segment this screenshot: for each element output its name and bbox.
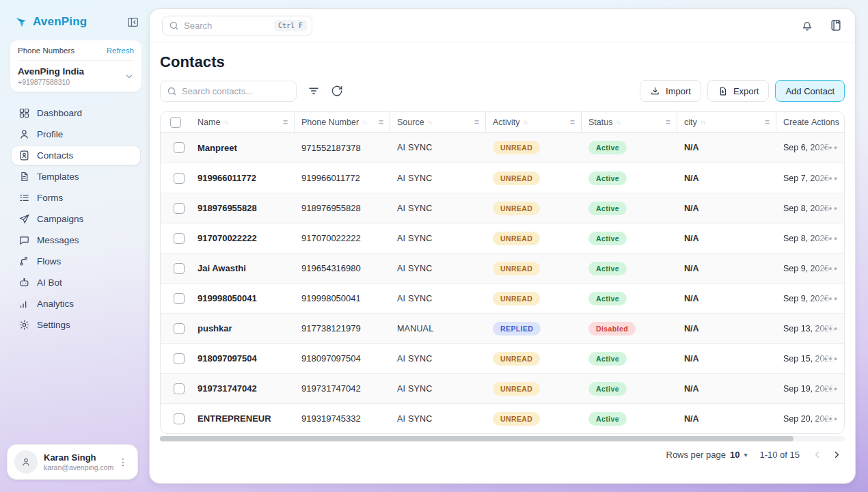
table-row[interactable]: 917070022222 917070022222 AI SYNC UNREAD… <box>161 223 844 253</box>
sort-icon[interactable]: ↑↓ <box>362 119 367 126</box>
account-number: +919877588310 <box>18 78 124 86</box>
table-header: Name↑↓= Phone Number↑↓= Source↑↓= Activi… <box>161 112 844 133</box>
column-header-status[interactable]: Status↑↓= <box>582 112 677 133</box>
column-header-city[interactable]: city↑↓= <box>677 112 776 133</box>
table-row[interactable]: Jai Awasthi 919654316980 AI SYNC UNREAD … <box>161 253 844 283</box>
row-checkbox[interactable] <box>174 413 185 424</box>
global-search[interactable]: Ctrl F <box>162 16 312 36</box>
row-checkbox[interactable] <box>174 263 185 274</box>
sort-icon[interactable]: ↑↓ <box>616 119 621 126</box>
avatar <box>14 450 38 474</box>
contact-phone: 918097097504 <box>295 353 390 364</box>
import-button[interactable]: Import <box>640 80 701 102</box>
column-header-source[interactable]: Source↑↓= <box>390 112 486 133</box>
contact-name: 919966011772 <box>191 173 295 183</box>
contact-created: Sep 15, 2025 <box>776 354 809 364</box>
contact-source: AI SYNC <box>390 234 486 243</box>
sidebar-item-templates[interactable]: Templates <box>11 167 141 187</box>
rows-per-page-value: 10 <box>730 450 740 460</box>
contacts-table: Name↑↓= Phone Number↑↓= Source↑↓= Activi… <box>160 111 845 434</box>
global-search-input[interactable] <box>184 20 269 31</box>
sidebar-item-flows[interactable]: Flows <box>11 251 141 271</box>
row-checkbox[interactable] <box>174 353 185 364</box>
table-row[interactable]: 919998050041 919998050041 AI SYNC UNREAD… <box>161 283 844 313</box>
table-row[interactable]: 918976955828 918976955828 AI SYNC UNREAD… <box>161 193 844 223</box>
column-menu-handle[interactable]: = <box>666 118 670 127</box>
sidebar-menu: Dashboard Profile Contacts Templates For… <box>10 103 142 335</box>
contacts-search-input[interactable] <box>182 86 291 96</box>
docs-book-icon[interactable] <box>829 18 843 32</box>
filter-icon[interactable] <box>308 85 320 97</box>
activity-badge: UNREAD <box>493 232 540 245</box>
sidebar-item-analytics[interactable]: Analytics <box>11 294 141 314</box>
previous-page-button[interactable] <box>812 450 822 460</box>
table-row[interactable]: 918097097504 918097097504 AI SYNC UNREAD… <box>161 343 844 373</box>
sidebar-collapse-icon[interactable] <box>126 16 139 29</box>
row-checkbox[interactable] <box>174 233 185 244</box>
column-menu-handle[interactable]: = <box>474 118 479 127</box>
scrollbar-thumb[interactable] <box>160 436 794 441</box>
sidebar-item-profile[interactable]: Profile <box>11 124 141 144</box>
sidebar-item-dashboard[interactable]: Dashboard <box>11 103 141 123</box>
refresh-link[interactable]: Refresh <box>107 46 134 55</box>
row-checkbox[interactable] <box>174 383 185 394</box>
sort-icon[interactable]: ↑↓ <box>428 119 433 126</box>
status-badge: Active <box>588 172 627 185</box>
row-checkbox[interactable] <box>174 142 185 153</box>
sort-icon[interactable]: ↑↓ <box>701 119 705 126</box>
phone-account-selector[interactable]: AvenPing India +919877588310 <box>18 61 134 86</box>
sidebar-item-campaigns[interactable]: Campaigns <box>11 209 141 229</box>
sidebar-item-messages[interactable]: Messages <box>11 230 141 250</box>
rows-per-page-select[interactable]: Rows per page 10 ▾ <box>666 450 748 460</box>
sidebar-item-contacts[interactable]: Contacts <box>11 146 141 165</box>
column-header-phone[interactable]: Phone Number↑↓= <box>295 112 390 133</box>
contact-city: N/A <box>677 324 776 333</box>
user-menu-icon[interactable]: ⋮ <box>116 456 131 468</box>
sidebar-item-ai-bot[interactable]: AI Bot <box>11 273 141 292</box>
table-row[interactable]: 919731747042 919731747042 AI SYNC UNREAD… <box>161 373 844 403</box>
column-header-created[interactable]: Created. <box>776 112 809 133</box>
row-checkbox[interactable] <box>174 203 185 214</box>
activity-badge: UNREAD <box>493 292 540 305</box>
campaigns-icon <box>18 213 30 225</box>
table-row[interactable]: 919966011772 919966011772 AI SYNC UNREAD… <box>161 163 844 193</box>
column-header-activity[interactable]: Activity↑↓= <box>486 112 582 133</box>
export-button[interactable]: Export <box>707 80 770 102</box>
contact-created: Sep 7, 2025 <box>776 174 809 183</box>
table-row[interactable]: pushkar 917738121979 MANUAL REPLIED Disa… <box>161 313 844 343</box>
contact-created: Sep 20, 2025 <box>776 414 809 424</box>
add-contact-button[interactable]: Add Contact <box>775 80 845 102</box>
select-all-checkbox[interactable] <box>170 117 181 128</box>
column-header-name[interactable]: Name↑↓= <box>191 112 295 133</box>
row-checkbox[interactable] <box>174 293 185 304</box>
sidebar-item-forms[interactable]: Forms <box>11 188 141 208</box>
status-badge: Active <box>588 202 627 215</box>
row-checkbox[interactable] <box>174 173 185 184</box>
status-badge: Active <box>588 352 627 366</box>
refresh-icon[interactable] <box>331 85 343 97</box>
sidebar-item-settings[interactable]: Settings <box>11 315 141 335</box>
table-row[interactable]: Manpreet 971552187378 AI SYNC UNREAD Act… <box>161 133 844 163</box>
table-row[interactable]: ENTREPRENEUR 919319745332 AI SYNC UNREAD… <box>161 403 844 433</box>
activity-badge: UNREAD <box>493 202 540 215</box>
profile-icon <box>18 128 30 140</box>
contact-created: Sep 9, 2025 <box>776 264 809 273</box>
status-badge: Active <box>588 262 627 275</box>
column-menu-handle[interactable]: = <box>570 118 575 127</box>
analytics-icon <box>18 298 30 310</box>
contact-name: ENTREPRENEUR <box>191 413 295 424</box>
activity-badge: UNREAD <box>493 172 540 185</box>
chevron-down-icon <box>124 72 134 81</box>
next-page-button[interactable] <box>832 450 842 460</box>
contacts-search[interactable] <box>160 81 297 102</box>
contact-name: Manpreet <box>191 143 295 153</box>
notifications-bell-icon[interactable] <box>800 18 814 32</box>
column-menu-handle[interactable]: = <box>379 118 383 127</box>
horizontal-scrollbar[interactable] <box>160 436 845 441</box>
column-menu-handle[interactable]: = <box>765 118 770 127</box>
contact-created: Sep 13, 2025 <box>776 324 809 333</box>
sort-icon[interactable]: ↑↓ <box>223 119 228 126</box>
sort-icon[interactable]: ↑↓ <box>524 119 528 126</box>
column-menu-handle[interactable]: = <box>283 118 288 127</box>
row-checkbox[interactable] <box>174 323 185 334</box>
